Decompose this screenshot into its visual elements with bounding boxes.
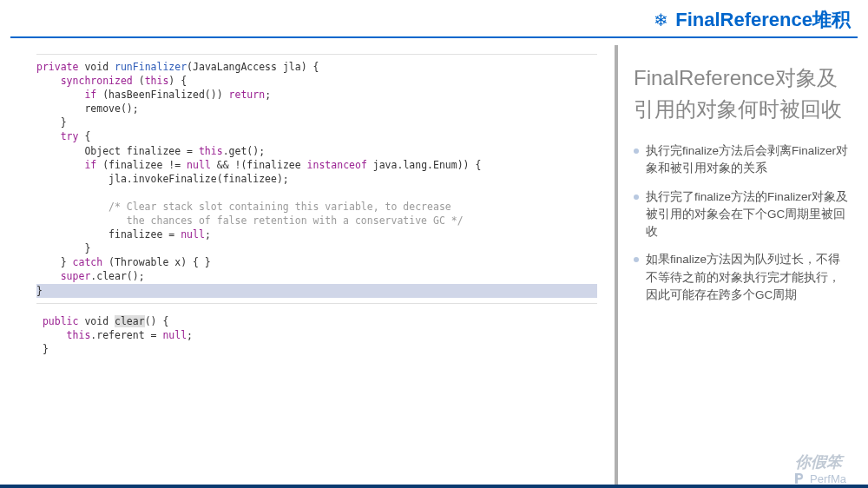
watermark-text: 你假笨 [795, 452, 842, 472]
code-panel: private void runFinalizer(JavaLangAccess… [10, 45, 615, 485]
header-divider [10, 36, 858, 38]
brand-logo: PerfMa [792, 471, 846, 486]
slide-title: FinalReference堆积 [675, 7, 851, 33]
snowflake-icon: ❄ [654, 10, 668, 30]
sidebar-panel: FinalReference对象及引用的对象何时被回收 执行完finalize方… [615, 45, 858, 485]
list-item: 执行完finalize方法后会剥离Finalizer对象和被引用对象的关系 [634, 142, 849, 178]
code-block-2: public void clear() { this.referent = nu… [36, 313, 597, 358]
code-block-1: private void runFinalizer(JavaLangAccess… [36, 54, 597, 304]
section-subtitle: FinalReference对象及引用的对象何时被回收 [634, 63, 849, 125]
content-area: private void runFinalizer(JavaLangAccess… [0, 45, 868, 485]
list-item: 如果finalize方法因为队列过长，不得不等待之前的对象执行完才能执行，因此可… [634, 251, 849, 304]
slide-header: ❄ FinalReference堆积 [0, 0, 868, 36]
list-item: 执行完了finalize方法的Finalizer对象及被引用的对象会在下个GC周… [634, 188, 849, 241]
logo-icon [792, 471, 808, 486]
footer-divider [0, 485, 868, 488]
bullet-list: 执行完finalize方法后会剥离Finalizer对象和被引用对象的关系 执行… [634, 142, 849, 304]
